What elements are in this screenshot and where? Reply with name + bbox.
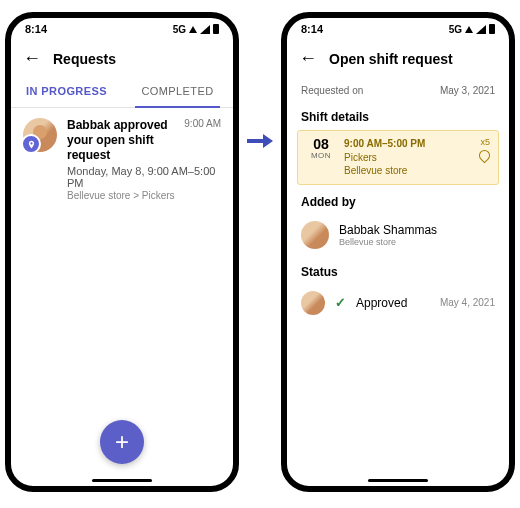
status-text: Approved [356,296,430,310]
added-by-row[interactable]: Babbak Shammas Bellevue store [287,215,509,255]
wifi-icon [189,26,197,33]
page-header: ← Requests [11,40,233,77]
status-row: ✓ Approved May 4, 2021 [287,285,509,321]
added-by-label: Added by [287,185,509,215]
requested-on-label: Requested on [301,85,363,96]
avatar [301,221,329,249]
back-button[interactable]: ← [299,48,317,69]
wifi-icon [465,26,473,33]
request-subtitle: Monday, May 8, 9:00 AM–5:00 PM [67,165,221,189]
person-name: Babbak Shammas [339,223,437,237]
phone-left: 8:14 5G ← Requests IN PROGRESS COMPLETED… [5,12,239,492]
request-item[interactable]: Babbak approved your open shift request … [11,108,233,211]
avatar [301,291,325,315]
network-label: 5G [449,24,462,35]
request-meta: Bellevue store > Pickers [67,190,221,201]
clock: 8:14 [301,23,323,35]
shift-time: 9:00 AM–5:00 PM [344,137,471,151]
page-title: Open shift request [329,51,453,67]
shift-day-number: 08 [306,137,336,151]
location-icon [477,148,493,164]
network-label: 5G [173,24,186,35]
add-button[interactable]: + [100,420,144,464]
tabs: IN PROGRESS COMPLETED [11,77,233,108]
signal-icon [476,25,486,34]
check-icon: ✓ [335,295,346,310]
shift-store: Bellevue store [344,164,471,178]
status-label: Status [287,255,509,285]
page-header: ← Open shift request [287,40,509,77]
tab-in-progress[interactable]: IN PROGRESS [11,77,122,107]
person-meta: Bellevue store [339,237,437,247]
page-title: Requests [53,51,116,67]
battery-icon [213,24,219,34]
requested-on-value: May 3, 2021 [440,85,495,96]
shift-day-of-week: MON [306,151,336,160]
status-date: May 4, 2021 [440,297,495,308]
battery-icon [489,24,495,34]
tab-completed[interactable]: COMPLETED [122,77,233,107]
status-bar: 8:14 5G [287,18,509,40]
back-button[interactable]: ← [23,48,41,69]
clock: 8:14 [25,23,47,35]
request-title: Babbak approved your open shift request [67,118,178,163]
home-indicator [368,479,428,482]
shift-card[interactable]: 08 MON 9:00 AM–5:00 PM Pickers Bellevue … [297,130,499,185]
status-icons: 5G [449,24,495,35]
signal-icon [200,25,210,34]
shift-badge-icon [21,134,41,154]
home-indicator [92,479,152,482]
shift-count: x5 [480,137,490,147]
request-time: 9:00 AM [184,118,221,129]
status-bar: 8:14 5G [11,18,233,40]
shift-group: Pickers [344,151,471,165]
status-icons: 5G [173,24,219,35]
flow-arrow-icon [247,132,273,150]
shift-details-label: Shift details [287,100,509,130]
phone-right: 8:14 5G ← Open shift request Requested o… [281,12,515,492]
avatar [23,118,57,152]
